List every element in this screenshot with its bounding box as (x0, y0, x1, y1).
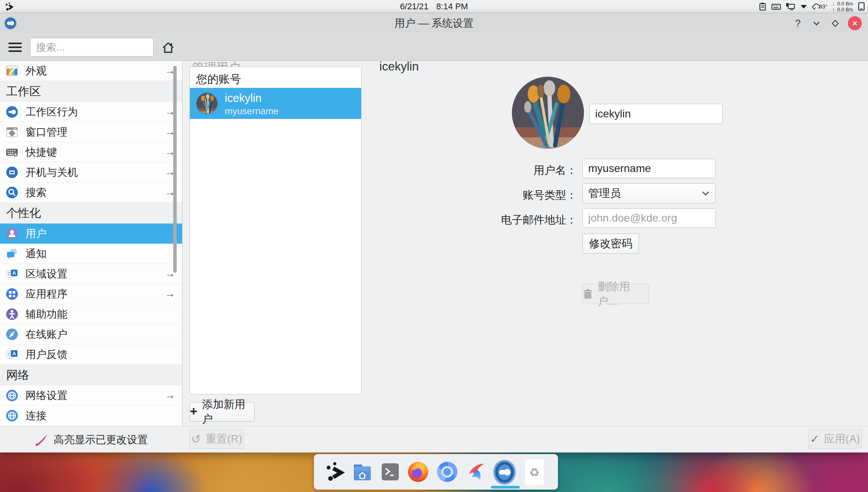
account-name: icekylin (225, 92, 262, 105)
device-tray-icon[interactable] (858, 2, 865, 11)
sidebar-item-network-settings[interactable]: 网络设置 → (0, 385, 182, 406)
search-module-icon (5, 186, 19, 199)
accounts-list-title: 您的账号 (196, 72, 241, 87)
change-password-button[interactable]: 修改密码 (582, 234, 639, 254)
sidebar-item-startup-shutdown[interactable]: 开机与关机 → (0, 162, 182, 182)
highlight-changed-settings-toggle[interactable]: 高亮显示已更改设置 (0, 427, 182, 453)
add-user-button[interactable]: + 添加新用户 (189, 402, 255, 421)
down-speed-label: 0.0 B/s (837, 1, 853, 7)
display-device-icon[interactable] (786, 3, 795, 10)
home-button[interactable] (160, 40, 176, 55)
arrow-right-icon: → (165, 288, 175, 300)
realname-input[interactable] (589, 104, 723, 124)
sidebar-item-connections[interactable]: 连接 (0, 406, 182, 426)
sidebar-separator (182, 61, 183, 426)
trash-icon (583, 289, 593, 299)
section-label: 个性化 (6, 205, 41, 221)
sidebar-item-appearance[interactable]: 外观 → (0, 61, 182, 81)
menu-button[interactable] (9, 41, 22, 54)
sidebar-item-label: 区域设置 (26, 267, 165, 281)
accessibility-icon (5, 308, 19, 321)
sidebar-item-accessibility[interactable]: 辅助功能 (0, 304, 182, 324)
keyboard-layout-icon[interactable] (772, 3, 781, 10)
highlight-changed-settings-label: 高亮显示已更改设置 (54, 433, 148, 447)
close-button[interactable]: ✕ (848, 16, 862, 30)
clipboard-icon[interactable] (759, 2, 766, 11)
temperature-label: 33° (819, 3, 827, 10)
sidebar-item-notifications[interactable]: 通知 (0, 244, 182, 264)
firefox-icon[interactable] (407, 461, 429, 483)
applications-icon (5, 287, 19, 301)
window-titlebar[interactable]: 用户 — 系统设置 ? ✕ (0, 13, 868, 33)
clock[interactable]: 6/21/21 8:14 PM (0, 0, 868, 13)
brush-icon (34, 434, 48, 446)
delete-user-button[interactable]: 删除用户... (582, 284, 649, 304)
shortcuts-icon (5, 146, 19, 159)
terminal-icon[interactable] (379, 461, 401, 483)
email-input[interactable] (582, 208, 716, 228)
apply-button[interactable]: ✓ 应用(A) (808, 429, 862, 449)
sidebar-item-label: 开机与关机 (26, 165, 165, 179)
time-label: 8:14 PM (436, 2, 468, 12)
sidebar-item-label: 应用程序 (26, 287, 165, 301)
connections-icon (5, 409, 19, 422)
add-user-label: 添加新用户 (202, 397, 254, 427)
mail-swoosh-icon[interactable] (465, 461, 487, 483)
system-settings-icon[interactable] (493, 459, 515, 482)
email-label: 电子邮件地址： (461, 213, 577, 227)
apply-label: 应用(A) (824, 432, 860, 446)
sidebar-item-label: 辅助功能 (26, 307, 182, 321)
sidebar-item-label: 网络设置 (26, 389, 165, 403)
sidebar-item-online-accounts[interactable]: 在线账户 (0, 324, 182, 344)
account-type-select[interactable]: 管理员 (582, 183, 716, 203)
help-button[interactable]: ? (792, 17, 804, 29)
user-avatar-button[interactable] (512, 77, 584, 149)
network-speed[interactable]: ↓0.0 B/s ↑0.0 B/s (832, 1, 853, 12)
maximize-button[interactable] (829, 17, 841, 29)
sidebar-item-applications[interactable]: 应用程序 → (0, 284, 182, 304)
account-type-label: 账号类型： (461, 188, 577, 203)
detail-pane-title: icekylin (379, 60, 419, 74)
online-accounts-icon (5, 328, 19, 341)
tray-expander-icon[interactable] (800, 4, 807, 9)
account-username: myusername (225, 106, 279, 117)
svg-text:A: A (12, 351, 16, 356)
sidebar-scrollbar[interactable] (173, 66, 177, 273)
search-input[interactable] (30, 38, 153, 57)
sidebar-item-label: 用户反馈 (26, 347, 182, 361)
minimize-button[interactable] (811, 17, 822, 29)
sidebar-item-label: 在线账户 (26, 327, 182, 341)
sidebar-item-search[interactable]: 搜索 → (0, 182, 182, 203)
dock: ♻ (314, 454, 558, 490)
username-label: 用户名： (461, 163, 577, 178)
sidebar-item-label: 连接 (26, 409, 182, 423)
sidebar-section-network: 网络 (0, 365, 182, 385)
trash-dock-icon[interactable]: ♻ (525, 459, 544, 485)
up-arrow-icon: ↑ (832, 7, 835, 12)
sidebar-item-window-management[interactable]: 窗口管理 → (0, 122, 182, 142)
accounts-list: 您的账号 icekylin myusername (189, 67, 362, 394)
section-label: 工作区 (6, 84, 41, 100)
sidebar-item-user-feedback[interactable]: A 用户反馈 (0, 344, 182, 365)
arrow-right-icon: → (165, 389, 175, 401)
svg-text:A: A (12, 270, 16, 276)
username-input[interactable] (582, 159, 716, 178)
sidebar-item-regional-settings[interactable]: A 区域设置 → (0, 264, 182, 284)
header-band: 管理用户 icekylin (0, 33, 868, 61)
change-password-label: 修改密码 (589, 236, 632, 251)
window-bottom-bar: 高亮显示已更改设置 ↺ 重置(R) ✓ 应用(A) (0, 426, 868, 452)
account-list-item[interactable]: icekylin myusername (190, 88, 361, 119)
sidebar-item-shortcuts[interactable]: 快捷键 → (0, 142, 182, 162)
file-manager-icon[interactable] (351, 461, 374, 483)
weather-icon[interactable]: 33° (812, 3, 827, 10)
sidebar-item-label: 通知 (26, 247, 182, 261)
window-controls: ? ✕ (792, 13, 862, 33)
regional-settings-icon: A (5, 267, 19, 280)
chromium-icon[interactable] (436, 461, 458, 483)
sidebar-item-label: 外观 (26, 64, 165, 78)
sidebar-item-workspace-behavior[interactable]: 工作区行为 → (0, 102, 182, 122)
launcher-icon[interactable] (324, 461, 346, 483)
sidebar-item-label: 搜索 (26, 186, 165, 200)
reset-button[interactable]: ↺ 重置(R) (189, 429, 244, 449)
sidebar-item-users[interactable]: 用户 (0, 224, 182, 244)
